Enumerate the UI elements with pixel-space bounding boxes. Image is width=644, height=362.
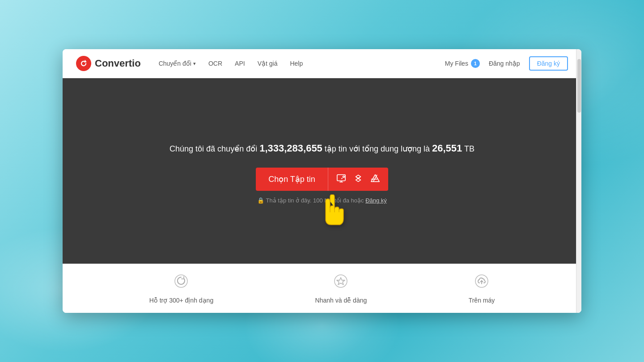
feature-cloud-label: Trên máy [469,297,495,304]
scrollbar-thumb[interactable] [577,59,581,113]
nav-right: My Files 1 Đăng nhập Đăng ký [445,56,568,71]
upload-icons-area [328,168,388,191]
logo-text: Convertio [95,58,141,69]
nav-item-api[interactable]: API [235,60,245,67]
star-icon [333,273,349,292]
dropbox-icon[interactable] [353,173,363,185]
svg-line-6 [356,177,358,178]
svg-point-15 [335,275,347,287]
feature-formats: Hỗ trợ 300+ định dạng [149,273,213,304]
my-files-button[interactable]: My Files 1 [445,59,480,68]
svg-line-4 [341,178,342,179]
refresh-icon [173,273,189,292]
svg-line-9 [373,175,377,181]
navbar: Convertio Chuyển đổi OCR API Vật giá Hel… [63,49,581,78]
svg-marker-16 [337,278,345,285]
drag-hint: 🔒 Thả tập tin ở đây. 100 MB tối đa hoặc … [257,197,387,204]
svg-point-3 [343,176,345,177]
feature-fast: Nhanh và dễ dàng [315,273,367,304]
google-drive-icon[interactable] [370,173,380,185]
nav-item-convert[interactable]: Chuyển đổi [159,60,196,67]
logo-icon [76,56,91,71]
cloud-upload-icon [474,273,490,292]
drag-hint-signup-link[interactable]: Đăng ký [365,197,387,204]
features-section: Hỗ trợ 300+ định dạng Nhanh và dễ dàng [63,264,581,313]
upload-button-row: Chọn Tập tin [256,168,388,191]
feature-cloud: Trên máy [469,273,495,304]
nav-item-help[interactable]: Help [290,60,303,67]
hero-section: Chúng tôi đã chuyển đổi 1,333,283,655 tậ… [63,78,581,264]
logo-area[interactable]: Convertio [76,56,141,71]
login-button[interactable]: Đăng nhập [489,60,520,67]
svg-line-7 [358,177,361,178]
files-count-badge: 1 [471,59,480,68]
feature-formats-label: Hỗ trợ 300+ định dạng [149,297,213,304]
choose-file-button[interactable]: Chọn Tập tin [256,168,328,191]
browser-window: Convertio Chuyển đổi OCR API Vật giá Hel… [63,49,581,313]
register-button[interactable]: Đăng ký [529,56,568,71]
upload-area: Chọn Tập tin [256,168,388,204]
hero-stats: Chúng tôi đã chuyển đổi 1,333,283,655 tậ… [169,143,475,154]
url-upload-icon[interactable] [336,173,346,185]
nav-item-pricing[interactable]: Vật giá [258,60,278,67]
scrollbar[interactable] [576,49,581,313]
nav-item-ocr[interactable]: OCR [208,60,222,67]
feature-fast-label: Nhanh và dễ dàng [315,297,367,304]
nav-links: Chuyển đổi OCR API Vật giá Help [159,60,445,67]
